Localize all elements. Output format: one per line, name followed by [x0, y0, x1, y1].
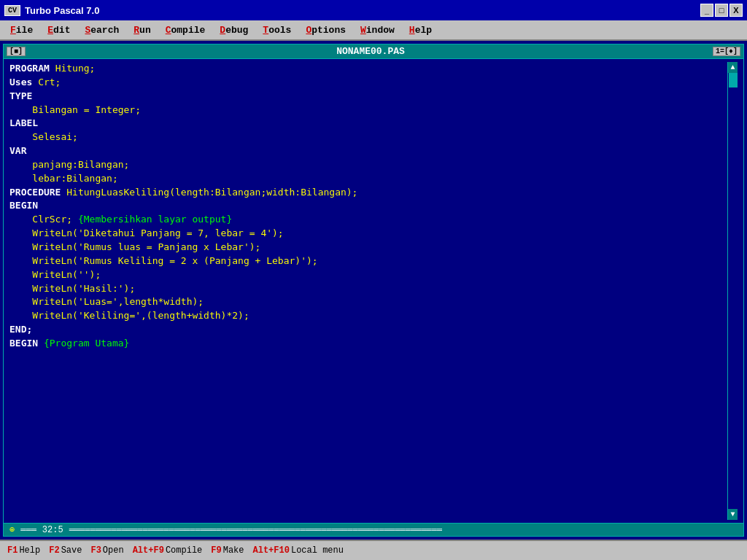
menu-search[interactable]: Search — [77, 23, 126, 38]
window-controls: _ □ X — [700, 4, 743, 17]
code-editor[interactable]: PROGRAM Hitung; Uses Crt; TYPE Bilangan … — [4, 59, 743, 523]
menu-edit[interactable]: Edit — [40, 23, 77, 38]
scroll-up-button[interactable]: ▲ — [728, 62, 738, 73]
editor-status-bar: ⊕ ═══ 32:5 ═════════════════════════════… — [4, 523, 743, 536]
cursor-position: 32:5 — [42, 525, 63, 535]
scroll-down-button[interactable]: ▼ — [728, 509, 738, 520]
app-title: Turbo Pascal 7.0 — [25, 5, 99, 16]
fkey-save[interactable]: F2 Save — [44, 544, 86, 557]
vertical-scrollbar[interactable]: ▲ ▼ — [727, 62, 738, 520]
close-button[interactable]: X — [729, 4, 743, 17]
menu-compile[interactable]: Compile — [158, 23, 213, 38]
maximize-button[interactable]: □ — [715, 4, 728, 17]
menu-file[interactable]: File — [3, 23, 40, 38]
fkey-compile[interactable]: Alt+F9 Compile — [128, 544, 207, 557]
status-separator2: ════════════════════════════════════════… — [69, 525, 442, 535]
menu-debug[interactable]: Debug — [212, 23, 255, 38]
menu-bar: File Edit Search Run Compile Debug Tools… — [0, 20, 747, 41]
title-bar: CV Turbo Pascal 7.0 _ □ X — [0, 0, 747, 20]
main-area: [■] NONAME00.PAS 1=[♦] PROGRAM Hitung; U… — [0, 41, 747, 540]
editor-maximize-button[interactable]: 1=[♦] — [713, 47, 740, 56]
fkey-make[interactable]: F9 Make — [206, 544, 248, 557]
code-text: PROGRAM Hitung; Uses Crt; TYPE Bilangan … — [9, 62, 727, 351]
fkey-open[interactable]: F3 Open — [86, 544, 128, 557]
minimize-button[interactable]: _ — [700, 4, 713, 17]
menu-tools[interactable]: Tools — [255, 23, 298, 38]
fkey-localmenu[interactable]: Alt+F10 Local menu — [249, 544, 348, 557]
editor-window: [■] NONAME00.PAS 1=[♦] PROGRAM Hitung; U… — [3, 44, 744, 537]
scroll-thumb[interactable] — [729, 73, 738, 88]
menu-help[interactable]: Help — [402, 23, 439, 38]
app-icon: CV — [4, 5, 20, 16]
editor-titlebar: [■] NONAME00.PAS 1=[♦] — [4, 44, 743, 59]
menu-run[interactable]: Run — [126, 23, 158, 38]
scroll-track[interactable] — [728, 73, 738, 509]
status-indicator: ⊕ — [9, 524, 15, 535]
status-separator1: ═══ — [20, 525, 36, 535]
function-key-bar: F1 Help F2 Save F3 Open Alt+F9 Compile F… — [0, 540, 747, 560]
fkey-help[interactable]: F1 Help — [3, 544, 44, 557]
menu-options[interactable]: Options — [298, 23, 353, 38]
editor-filename: NONAME00.PAS — [28, 46, 713, 57]
menu-window[interactable]: Window — [353, 23, 402, 38]
editor-close-button[interactable]: [■] — [7, 47, 26, 56]
code-content[interactable]: PROGRAM Hitung; Uses Crt; TYPE Bilangan … — [9, 62, 727, 520]
